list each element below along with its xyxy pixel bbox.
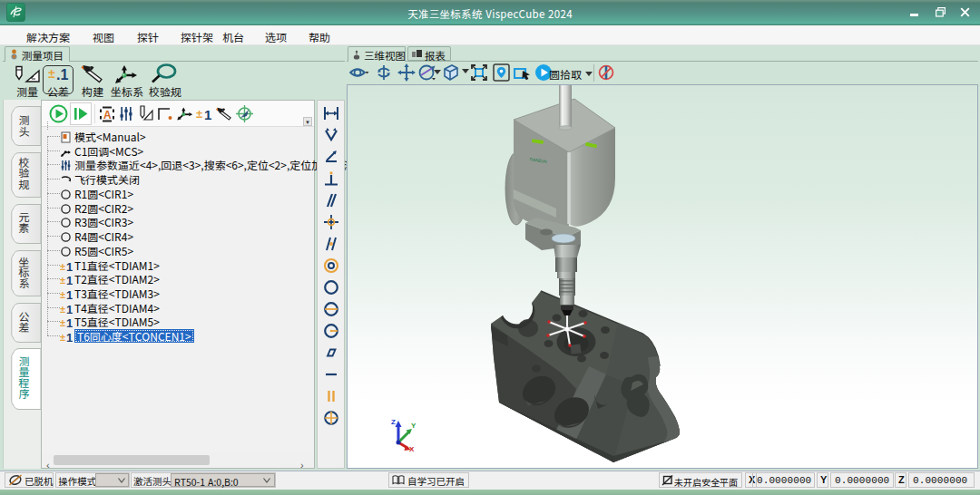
svg-text:1: 1 [66,260,73,272]
svg-text:±: ± [196,107,202,121]
svg-text:1: 1 [66,288,73,300]
svg-text:1: 1 [66,316,73,328]
svg-text:1: 1 [66,303,73,315]
svg-text:±: ± [60,332,65,343]
svg-text:±: ± [60,317,65,328]
svg-text:1: 1 [66,331,73,343]
svg-text:±: ± [60,289,65,300]
svg-text:A: A [103,109,112,121]
svg-text:Y: Y [411,422,416,430]
svg-text:1: 1 [204,107,211,121]
svg-text:1: 1 [66,274,73,286]
svg-text:±: ± [60,304,65,315]
svg-text:X: X [409,445,415,453]
svg-text:±: ± [60,261,65,272]
svg-text:±: ± [60,275,65,286]
svg-text:Z: Z [391,418,396,426]
